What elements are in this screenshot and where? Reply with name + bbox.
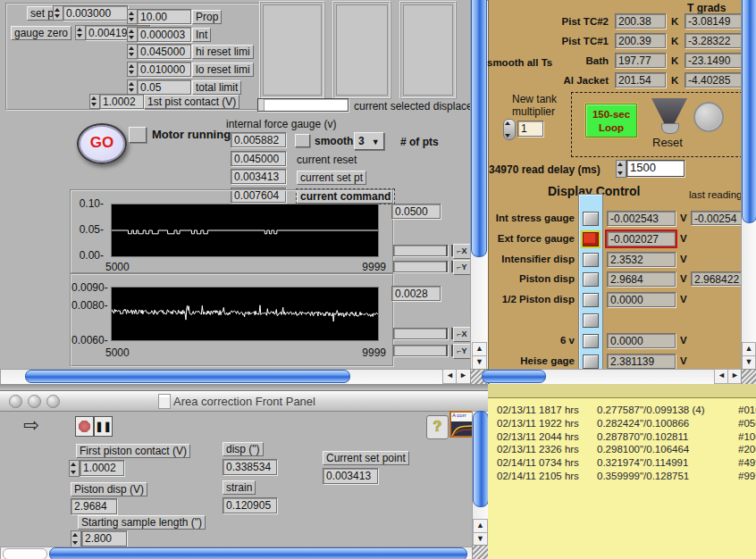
tl-vscroll-down-arrow[interactable]: ▼ [472, 355, 487, 370]
r-vscrollbar-thumb[interactable] [742, 0, 756, 223]
param-label-2: hi reset limi [192, 45, 254, 59]
dc-button-5[interactable] [583, 313, 599, 328]
help-button[interactable]: ? [426, 415, 449, 439]
listbox-1[interactable] [259, 1, 325, 99]
set-pt-field[interactable]: 0.003000 [63, 5, 128, 21]
r-resize-grip[interactable] [741, 369, 756, 385]
first-piston-field[interactable]: 1.0002 [80, 460, 124, 476]
scale-splitter-1[interactable] [446, 261, 453, 272]
new-tank-spinner[interactable] [503, 119, 516, 140]
param-field-4[interactable]: 0.05 [137, 79, 191, 95]
scale-splitter-3[interactable] [446, 345, 453, 356]
minimize-button[interactable] [28, 395, 41, 408]
scale-field-3[interactable] [393, 345, 448, 356]
x-scale-button-2[interactable]: ⌐X [453, 327, 471, 342]
param-field-3[interactable]: 0.010000 [137, 62, 191, 77]
log-line-3: 02/13/11 2326 hrs0.298100"/0.106464#2000 [497, 444, 756, 457]
first-piston-label: First piston contact (V) [76, 444, 190, 458]
param-field-2[interactable]: 0.045000 [137, 44, 191, 59]
scale-field-2[interactable] [393, 328, 448, 339]
param-field-0[interactable]: 10.00 [137, 9, 191, 24]
app-icon-curve [451, 423, 473, 438]
y-scale-button-1[interactable]: ⌐Y [453, 260, 471, 275]
dc-value-6: 0.0000 [607, 333, 676, 348]
log-line-2: 02/13/11 2044 hrs0.287870"/0.102811#1000 [497, 431, 756, 445]
temp-tgrad-0: -3.08149 [685, 13, 743, 29]
loop-button[interactable]: 150-sec Loop [585, 104, 637, 138]
listbox-3[interactable] [399, 1, 457, 99]
new-tank-label: New tank multiplier [512, 93, 576, 118]
dc-value-2: 2.3532 [607, 252, 676, 267]
temp-label-0: Pist TC#2 [489, 16, 609, 27]
area-correction-titlebar[interactable]: Area correction Front Panel [0, 391, 488, 412]
sample-length-field[interactable]: 2.800 [81, 530, 127, 546]
window-log-panel: 02/13/11 1817 hrs0.277587"/0.099138 (4)#… [488, 384, 756, 559]
tl-hscroll-right-arrow[interactable]: ► [456, 369, 471, 384]
scale-splitter-2[interactable] [446, 328, 453, 339]
gauge-zero-label: gauge zero [11, 26, 71, 40]
status-led[interactable] [693, 102, 724, 132]
param-field-1[interactable]: 0.000003 [137, 27, 191, 42]
dc-button-int-stress-gauge[interactable] [583, 212, 599, 226]
log-reading: 0.321974"/0.114991 [597, 457, 738, 468]
r-vscroll-up-arrow[interactable]: ▲ [742, 342, 756, 356]
read-delay-spinner[interactable] [616, 160, 626, 178]
new-tank-field[interactable]: 1 [517, 121, 543, 137]
scale-field-0[interactable] [393, 245, 448, 256]
r-vscroll-down-arrow[interactable]: ▼ [742, 355, 756, 370]
dc-label-4: 1/2 Piston disp [489, 294, 575, 305]
zoom-button[interactable] [46, 395, 60, 408]
x-scale-button-0[interactable]: ⌐X [453, 244, 471, 259]
bl-vscrollbar-thumb[interactable] [473, 411, 489, 507]
pause-button[interactable]: ❚❚ [94, 416, 113, 437]
dc-button-ext-force-gauge[interactable] [583, 232, 599, 246]
dc-unit-4: V [680, 294, 687, 305]
chart1-ytick-mid: 0.05 [71, 223, 104, 236]
listbox-2-inner [336, 4, 388, 96]
go-button[interactable]: GO [77, 123, 127, 164]
selected-displacement-field[interactable] [257, 98, 349, 112]
chart1-setpoint-field[interactable]: 0.0500 [391, 204, 441, 219]
r-hscrollbar-thumb[interactable] [482, 370, 546, 383]
dc-button-6-v[interactable] [583, 334, 599, 348]
tl-hscrollbar-thumb[interactable] [25, 370, 350, 383]
first-contact-field[interactable]: 1.0002 [99, 94, 144, 109]
dc-button-intensifier-disp[interactable] [583, 253, 599, 267]
bl-resize-grip[interactable] [472, 545, 490, 559]
bl-hscrollbar-thumb[interactable] [49, 547, 467, 559]
fg-label-1: current reset [297, 154, 357, 166]
pts-dropdown[interactable]: 3 [354, 132, 384, 150]
listbox-2[interactable] [332, 1, 391, 99]
temp-value-1: 200.39 [615, 33, 666, 48]
motor-running-checkbox[interactable] [129, 127, 147, 143]
chart2-setpoint-field[interactable]: 0.0028 [391, 286, 441, 301]
motor-running-label: Motor running [152, 128, 231, 141]
dc-value-1: -0.002027 [607, 231, 676, 246]
scale-splitter-0[interactable] [446, 245, 453, 256]
read-delay-field[interactable]: 1500 [626, 160, 685, 177]
log-line-4: 02/14/11 0734 hrs0.321974"/0.114991#4999 [497, 457, 756, 471]
first-piston-spinner[interactable] [69, 460, 80, 477]
fg-label-2: current set pt [297, 171, 366, 185]
piston-disp-field: 2.9684 [71, 498, 117, 514]
stop-button[interactable] [75, 416, 94, 437]
log-header-strip [488, 384, 756, 398]
bl-hscroll-cap[interactable] [3, 548, 47, 559]
smooth-checkbox[interactable] [295, 134, 310, 147]
close-button[interactable] [9, 395, 22, 408]
last-reading-label: last reading [689, 189, 742, 200]
log-reading: 0.287870"/0.102811 [597, 431, 738, 442]
dc-button-piston-disp[interactable] [583, 272, 599, 287]
run-arrow-icon[interactable]: ⇨ [23, 414, 39, 436]
dc-button-heise-gage[interactable] [583, 355, 599, 369]
chart1-ytick-bot: 0.00 [71, 249, 104, 262]
tl-vscrollbar-thumb[interactable] [471, 0, 487, 257]
scale-field-1[interactable] [393, 261, 448, 272]
sample-length-spinner[interactable] [71, 530, 81, 547]
dc-button-1-2-piston-disp[interactable] [583, 293, 599, 307]
y-scale-button-3[interactable]: ⌐Y [453, 344, 471, 359]
current-setpoint-field: 0.003413 [323, 468, 378, 484]
tl-vscroll-up-arrow[interactable]: ▲ [472, 342, 487, 356]
bl-vscroll-up-arrow[interactable]: ▲ [473, 519, 488, 533]
log-tag: #4999 [738, 457, 756, 468]
